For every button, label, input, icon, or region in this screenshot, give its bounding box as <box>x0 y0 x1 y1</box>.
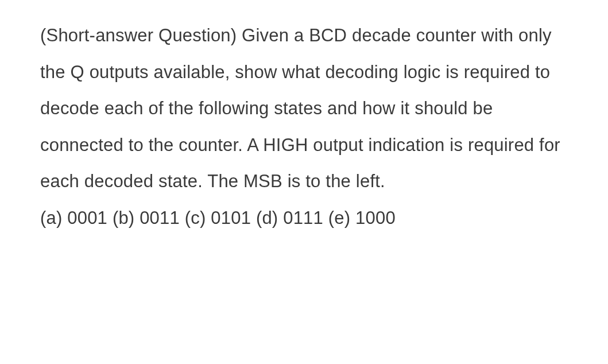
question-body: (Short-answer Question) Given a BCD deca… <box>40 17 568 200</box>
question-container: (Short-answer Question) Given a BCD deca… <box>40 17 568 236</box>
question-options: (a) 0001 (b) 0011 (c) 0101 (d) 0111 (e) … <box>40 200 568 237</box>
